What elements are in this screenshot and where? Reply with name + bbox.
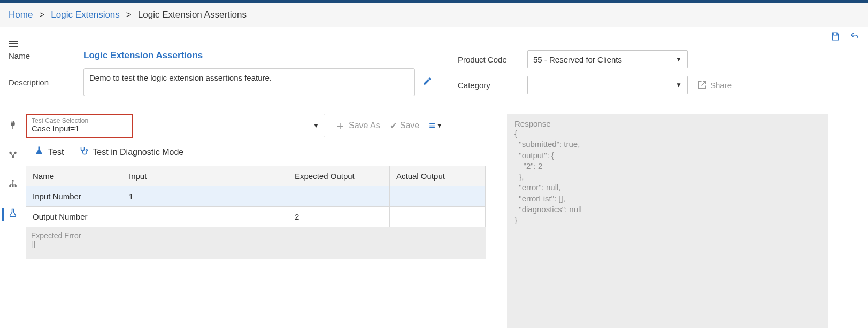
- test-case-select[interactable]: Test Case Selection Case Input=1 ▼: [26, 114, 325, 137]
- cell-input[interactable]: [122, 207, 288, 227]
- toolbar: Test Case Selection Case Input=1 ▼ ＋ Sav…: [26, 114, 486, 137]
- check-icon: ✔: [390, 121, 397, 131]
- svg-rect-6: [12, 185, 14, 187]
- tab-hierarchy-icon[interactable]: [8, 179, 18, 191]
- test-case-label: Test Case Selection: [32, 118, 310, 124]
- save-button[interactable]: ✔ Save: [390, 121, 419, 131]
- col-input: Input: [122, 166, 288, 186]
- test-actions: Test Test in Diagnostic Mode: [26, 143, 486, 166]
- side-tabs: [0, 107, 26, 328]
- share-button[interactable]: Share: [697, 80, 732, 90]
- chevron-down-icon: ▼: [675, 56, 682, 63]
- cell-expected[interactable]: [288, 186, 390, 207]
- save-as-button[interactable]: ＋ Save As: [335, 119, 380, 133]
- product-code-select[interactable]: 55 - Reserved for Clients ▼: [527, 50, 688, 68]
- response-panel: Response { "submitted": true, "output": …: [507, 114, 828, 328]
- test-case-value: Case Input=1: [32, 124, 310, 134]
- category-select[interactable]: ▼: [527, 76, 688, 94]
- svg-rect-4: [12, 180, 14, 182]
- col-name: Name: [26, 166, 122, 186]
- undo-icon[interactable]: [850, 30, 859, 44]
- expected-error-box: Expected Error []: [26, 227, 486, 259]
- chevron-down-icon: ▼: [675, 81, 682, 89]
- breadcrumb: Home > Logic Extensions > Logic Extensio…: [0, 3, 868, 27]
- breadcrumb-current: Logic Extension Assertions: [138, 10, 247, 20]
- cell-actual: [390, 207, 486, 227]
- plus-icon: ＋: [335, 119, 345, 133]
- breadcrumb-sep-1: >: [39, 10, 44, 20]
- breadcrumb-logic-extensions[interactable]: Logic Extensions: [51, 10, 120, 20]
- svg-point-8: [86, 150, 88, 151]
- edit-description-icon[interactable]: [415, 76, 436, 89]
- body-zone: Test Case Selection Case Input=1 ▼ ＋ Sav…: [0, 107, 868, 328]
- left-panel: Test Case Selection Case Input=1 ▼ ＋ Sav…: [26, 114, 486, 328]
- col-actual: Actual Output: [390, 166, 486, 186]
- cell-actual: [390, 186, 486, 207]
- response-label: Response: [514, 119, 820, 128]
- category-label: Category: [458, 81, 527, 90]
- table-row[interactable]: Output Number 2: [26, 207, 486, 227]
- col-expected: Expected Output: [288, 166, 390, 186]
- hamburger-menu-icon[interactable]: [9, 41, 18, 47]
- stethoscope-icon: [79, 146, 88, 158]
- test-button[interactable]: Test: [34, 146, 64, 158]
- tab-nodes-icon[interactable]: [8, 150, 18, 162]
- cell-input[interactable]: 1: [122, 186, 288, 207]
- svg-rect-5: [9, 185, 11, 187]
- expected-error-value: []: [31, 240, 480, 248]
- chevron-down-icon: ▼: [313, 122, 319, 129]
- test-grid: Name Input Expected Output Actual Output…: [26, 166, 486, 227]
- breadcrumb-sep-2: >: [126, 10, 132, 20]
- save-as-label: Save As: [349, 121, 380, 130]
- tab-plug-icon[interactable]: [8, 120, 18, 133]
- product-code-value: 55 - Reserved for Clients: [533, 55, 622, 64]
- save-label: Save: [400, 121, 419, 130]
- cell-expected[interactable]: 2: [288, 207, 390, 227]
- header-actions: [831, 30, 859, 44]
- save-icon[interactable]: [831, 30, 840, 44]
- chevron-down-icon: ▼: [436, 122, 443, 129]
- header-form: Name Logic Extension Assertions Descript…: [0, 27, 868, 107]
- description-input[interactable]: Demo to test the logic extension asserti…: [83, 68, 415, 96]
- cell-name: Input Number: [26, 186, 122, 207]
- product-code-label: Product Code: [458, 55, 527, 64]
- test-diagnostic-button[interactable]: Test in Diagnostic Mode: [79, 146, 183, 158]
- name-label: Name: [9, 51, 83, 60]
- table-row[interactable]: Input Number 1: [26, 186, 486, 207]
- cell-name: Output Number: [26, 207, 122, 227]
- tab-test-flask-icon[interactable]: [2, 208, 18, 221]
- test-diag-label: Test in Diagnostic Mode: [93, 147, 183, 157]
- more-menu-button[interactable]: ≡ ▼: [429, 120, 443, 132]
- response-body: { "submitted": true, "output": { "2": 2 …: [514, 128, 820, 225]
- breadcrumb-home[interactable]: Home: [9, 10, 33, 20]
- description-label: Description: [9, 78, 83, 87]
- menu-lines-icon: ≡: [429, 120, 434, 132]
- share-label: Share: [710, 81, 732, 90]
- expected-error-label: Expected Error: [31, 231, 480, 240]
- svg-rect-0: [12, 126, 13, 129]
- flask-icon: [34, 146, 44, 158]
- test-label: Test: [48, 147, 64, 157]
- svg-rect-7: [15, 185, 17, 187]
- name-value: Logic Extension Assertions: [83, 50, 415, 61]
